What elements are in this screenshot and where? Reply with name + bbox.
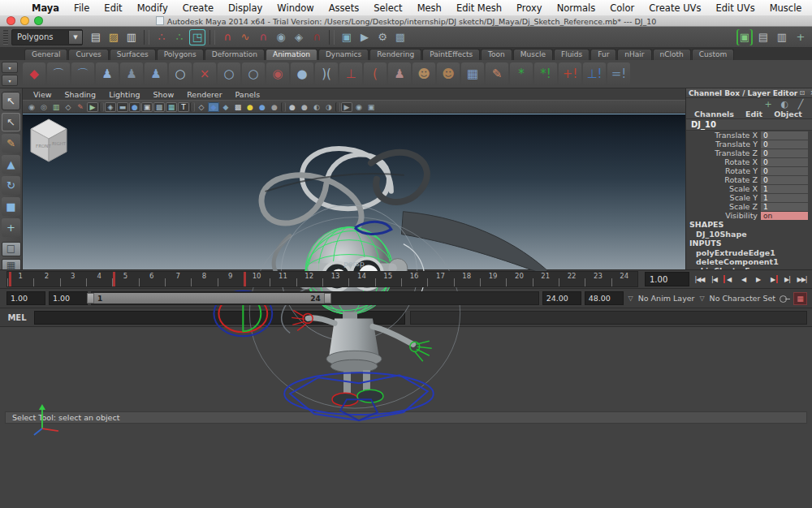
- play-forwards-button[interactable]: ▶: [751, 272, 765, 286]
- shelf-tab-painteffects[interactable]: PaintEffects: [422, 49, 480, 60]
- safe-action-icon[interactable]: ▦: [166, 102, 177, 112]
- shelf-human-ik-icon[interactable]: ♟: [96, 62, 119, 85]
- open-scene-icon[interactable]: ▨: [106, 29, 122, 45]
- window-title-bar[interactable]: Autodesk Maya 2014 x64 - Trial Version: …: [0, 15, 812, 27]
- shelf-tab-animation[interactable]: Animation: [266, 49, 317, 60]
- shelf-locator-special-icon[interactable]: *!: [534, 62, 557, 85]
- frame-cell[interactable]: 24: [611, 272, 637, 286]
- render-current-frame-icon[interactable]: ▣: [339, 29, 355, 45]
- film-gate-icon[interactable]: ▬: [117, 102, 128, 112]
- keyframe-tick-frame5[interactable]: [113, 272, 115, 286]
- shelf-skeleton-icon[interactable]: ♟: [120, 62, 143, 85]
- status-line-grip[interactable]: [3, 30, 8, 45]
- channel-attribute-value[interactable]: 1: [761, 194, 808, 202]
- gate-mask-icon[interactable]: ▣: [141, 102, 153, 112]
- menu-edit-mesh[interactable]: Edit Mesh: [449, 2, 509, 14]
- cb-input-deletecomponent1[interactable]: deleteComponent1: [686, 257, 812, 266]
- character-set-selector[interactable]: No Character Set: [710, 294, 775, 303]
- shelf-character-icon[interactable]: ♟: [145, 62, 167, 85]
- status-icon[interactable]: [209, 30, 215, 45]
- menu-create[interactable]: Create: [175, 2, 221, 14]
- vp-menu-lighting[interactable]: Lighting: [103, 90, 145, 99]
- checker-material-icon[interactable]: ▩: [232, 102, 244, 112]
- cb-menu-channels[interactable]: Channels: [689, 110, 739, 118]
- frame-cell[interactable]: 5: [112, 272, 138, 286]
- keyframe-tick-frame10[interactable]: [244, 272, 246, 286]
- cb-menu-object[interactable]: Object: [769, 110, 807, 118]
- vp-menu-view[interactable]: View: [28, 90, 58, 99]
- shelf-mirror-joint-icon[interactable]: )(: [315, 62, 338, 85]
- cb-input-polyextrudeedge1[interactable]: polyExtrudeEdge1: [686, 248, 812, 257]
- panel-toolbar-icon[interactable]: [335, 102, 340, 112]
- shelf-head-2-icon[interactable]: ☻: [437, 62, 460, 85]
- menu-edit[interactable]: Edit: [97, 2, 129, 14]
- shelf-tab-polygons[interactable]: Polygons: [157, 49, 204, 60]
- shelf-tab-nhair[interactable]: nHair: [617, 49, 651, 60]
- menu-select[interactable]: Select: [366, 2, 409, 14]
- shelf-reroot-joint-icon[interactable]: ○: [242, 62, 265, 85]
- character-set-menu-arrow-icon[interactable]: ▽: [698, 295, 706, 302]
- snap-to-projected-center-icon[interactable]: ◉: [273, 29, 289, 45]
- render-settings-icon[interactable]: ⚙: [374, 29, 391, 45]
- step-back-frame-button[interactable]: |◀: [707, 272, 721, 286]
- current-time-marker[interactable]: [9, 272, 11, 286]
- speed-control-icon[interactable]: ◐: [778, 97, 791, 110]
- animation-preferences-icon[interactable]: ▦: [793, 292, 807, 305]
- paint-select-tool-icon[interactable]: ✎: [2, 134, 20, 153]
- use-all-lights-icon[interactable]: ●: [257, 102, 268, 112]
- frame-cell[interactable]: 16: [401, 272, 427, 286]
- menu-display[interactable]: Display: [221, 2, 270, 14]
- shelf-remove-joint-icon[interactable]: ◉: [266, 62, 289, 85]
- shelf-tab-custom[interactable]: Custom: [692, 49, 734, 60]
- menu-set-selector[interactable]: Polygons ▼: [11, 29, 83, 45]
- menu-modify[interactable]: Modify: [130, 2, 175, 14]
- multisample-icon[interactable]: ◑: [323, 102, 335, 112]
- channel-attribute-value[interactable]: 0: [761, 131, 808, 140]
- shadows-icon[interactable]: ●: [287, 102, 298, 112]
- shelf-parent-constraint-icon[interactable]: =!: [607, 62, 630, 85]
- menu-pipeline-cache[interactable]: Pipeline Cache: [809, 2, 812, 14]
- scale-tool-icon[interactable]: ■: [2, 197, 20, 216]
- wireframe-mode-icon[interactable]: ◇: [196, 102, 207, 112]
- channel-box-toggle-icon[interactable]: +: [793, 29, 809, 45]
- use-default-lighting-icon[interactable]: ●: [244, 102, 256, 112]
- frame-cell[interactable]: 9: [218, 272, 244, 286]
- snap-rotate-icon[interactable]: ∴: [171, 29, 188, 45]
- channel-attribute-value[interactable]: 0: [761, 158, 808, 166]
- step-forward-frame-button[interactable]: ▶|: [780, 272, 794, 286]
- image-plane-icon[interactable]: ◇: [63, 102, 74, 112]
- shelf-tab-fur[interactable]: Fur: [590, 49, 616, 60]
- shelf-tab-rendering[interactable]: Rendering: [369, 49, 421, 60]
- shelf-smooth-bind-icon[interactable]: ▦: [461, 62, 484, 85]
- textured-mode-icon[interactable]: ◆: [220, 102, 231, 112]
- play-backwards-button[interactable]: ◀: [736, 272, 750, 286]
- view-cube[interactable]: FRONT RIGHT: [23, 114, 75, 166]
- channel-attribute-value[interactable]: 0: [761, 176, 808, 184]
- shelf-tab-general[interactable]: General: [24, 49, 67, 60]
- shelf-joint-limits-icon[interactable]: (: [364, 62, 387, 85]
- shelf-ik-spline-icon[interactable]: ⌒: [71, 62, 94, 85]
- frame-cell[interactable]: 21: [533, 272, 559, 286]
- frame-cell[interactable]: 22: [559, 272, 585, 286]
- menu-file[interactable]: File: [67, 2, 97, 14]
- snap-scale-icon[interactable]: ◳: [189, 29, 205, 45]
- shelf-tab-muscle[interactable]: Muscle: [513, 49, 553, 60]
- frame-cell[interactable]: 2: [33, 272, 59, 286]
- status-icon[interactable]: [329, 30, 335, 45]
- select-camera-icon[interactable]: ◉: [26, 102, 37, 112]
- vp-menu-renderer[interactable]: Renderer: [181, 90, 227, 99]
- resolution-gate-icon[interactable]: ●: [129, 102, 140, 112]
- range-slider-track[interactable]: 1 24: [91, 291, 539, 305]
- auto-keyframe-toggle-icon[interactable]: [779, 293, 790, 304]
- shelf-set-key-icon[interactable]: ◆: [23, 62, 45, 85]
- menu-proxy[interactable]: Proxy: [509, 2, 550, 14]
- ipr-render-icon[interactable]: ▶: [356, 29, 373, 45]
- menu-maya[interactable]: Maya: [24, 2, 67, 14]
- shelf-tab-fluids[interactable]: Fluids: [554, 49, 590, 60]
- go-to-start-button[interactable]: |◀◀: [693, 272, 706, 286]
- frame-cell[interactable]: 12: [296, 272, 322, 286]
- shelf-tab-dynamics[interactable]: Dynamics: [318, 49, 369, 60]
- shelf-fk-skeleton-icon[interactable]: ♟: [388, 62, 411, 85]
- frame-cell[interactable]: 6: [139, 272, 165, 286]
- select-tool-icon[interactable]: ↖: [2, 92, 20, 110]
